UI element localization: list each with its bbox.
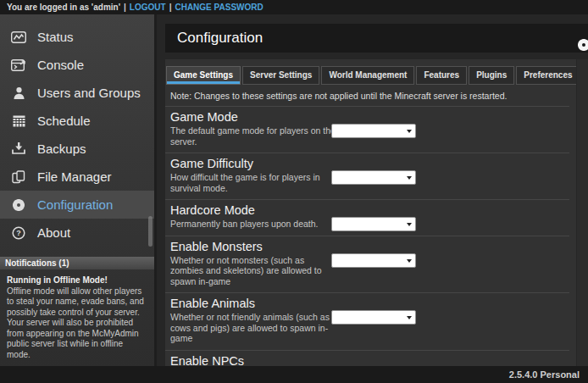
logged-in-text: You are logged in as 'admin' (7, 3, 120, 12)
setting-description: Permanently ban players upon death. (170, 219, 340, 230)
sidebar-item-label: About (37, 225, 70, 240)
sidebar-scrollbar-thumb[interactable] (148, 216, 153, 247)
page-header: Configuration (165, 24, 588, 53)
main-area: Configuration Game Settings Server Setti… (157, 14, 588, 366)
setting-title: Game Difficulty (170, 157, 569, 170)
setting-row-enable-npcs: Enable NPCs Whether or not friendly mobs… (165, 350, 569, 367)
chevron-down-icon (407, 259, 412, 263)
sidebar-item-label: Status (37, 30, 74, 44)
settings-list: Game Mode The default game mode for play… (165, 106, 569, 366)
sidebar-item-users-and-groups[interactable]: Users and Groups (0, 79, 154, 107)
enable-animals-select[interactable] (331, 310, 416, 325)
tab-bar: Game Settings Server Settings World Mana… (165, 59, 588, 85)
setting-row-game-mode: Game Mode The default game mode for play… (165, 106, 569, 153)
tab-game-settings[interactable]: Game Settings (166, 66, 241, 85)
setting-title: Enable NPCs (170, 354, 569, 367)
sidebar-item-label: Configuration (37, 197, 113, 212)
setting-description: How difficult the game is for players in… (170, 172, 340, 193)
sidebar-item-file-manager[interactable]: File Manager (0, 163, 154, 191)
setting-description: The default game mode for players on the… (170, 125, 340, 147)
sidebar-item-status[interactable]: Status (0, 23, 154, 51)
version-label: 2.5.4.0 Personal (509, 369, 580, 380)
tab-plugins[interactable]: Plugins (469, 66, 514, 85)
change-password-link[interactable]: CHANGE PASSWORD (175, 3, 263, 12)
sidebar-item-about[interactable]: ? About (0, 219, 154, 247)
enable-monsters-select[interactable] (331, 253, 416, 268)
sidebar-item-label: Backups (37, 142, 86, 156)
pages-icon (11, 169, 26, 185)
sidebar-item-label: File Manager (37, 169, 112, 184)
setting-row-enable-monsters: Enable Monsters Whether or not monsters … (165, 236, 569, 293)
chevron-down-icon (407, 130, 412, 133)
calendar-icon (11, 114, 26, 129)
mcmyadmin-window: You are logged in as 'admin' | LOGOUT | … (0, 0, 588, 383)
tab-world-management[interactable]: World Management (321, 66, 414, 85)
svg-text:?: ? (16, 229, 21, 237)
chevron-down-icon (407, 316, 412, 319)
sidebar-item-label: Schedule (37, 114, 91, 128)
separator: | (169, 3, 172, 12)
top-bar: You are logged in as 'admin' | LOGOUT | … (0, 0, 588, 14)
status-chart-icon (11, 30, 26, 45)
sidebar-nav: Status Console Users and Groups (0, 14, 154, 247)
setting-row-game-difficulty: Game Difficulty How difficult the game i… (165, 153, 569, 199)
setting-description: Whether or not friendly animals (such as… (170, 312, 340, 344)
tab-preferences[interactable]: Preferences (516, 66, 580, 85)
setting-title: Hardcore Mode (170, 203, 569, 217)
users-icon (11, 86, 26, 101)
setting-description: Whether or not monsters (such as zombies… (170, 255, 340, 287)
tab-features[interactable]: Features (416, 66, 467, 85)
chevron-down-icon (407, 176, 412, 180)
setting-row-hardcore-mode: Hardcore Mode Permanently ban players up… (165, 199, 569, 236)
setting-title: Enable Animals (170, 297, 569, 310)
status-bar: 2.5.4.0 Personal (0, 366, 588, 383)
gear-icon (11, 197, 26, 213)
notification-body-text: Offline mode will allow other players to… (7, 286, 147, 361)
setting-row-enable-animals: Enable Animals Whether or not friendly a… (165, 292, 569, 350)
sidebar-item-label: Users and Groups (37, 86, 141, 100)
tab-server-settings[interactable]: Server Settings (242, 66, 319, 85)
game-mode-select[interactable] (331, 124, 416, 138)
logout-link[interactable]: LOGOUT (130, 3, 166, 12)
game-difficulty-select[interactable] (331, 170, 416, 185)
notification-item: Running in Offline Mode! Offline mode wi… (0, 269, 154, 366)
chevron-down-icon (407, 223, 412, 226)
restart-note: Note: Changes to these settings are not … (165, 85, 588, 106)
content-scrollbar[interactable] (576, 59, 588, 366)
sidebar-item-configuration[interactable]: Configuration (0, 191, 154, 219)
sidebar: Status Console Users and Groups (0, 14, 157, 366)
separator: | (124, 3, 126, 12)
sidebar-item-backups[interactable]: Backups (0, 135, 154, 163)
configuration-panel: Game Settings Server Settings World Mana… (165, 59, 588, 366)
question-circle-icon: ? (11, 225, 26, 241)
sidebar-item-console[interactable]: Console (0, 51, 154, 79)
console-icon (11, 58, 26, 73)
notification-title: Running in Offline Mode! (7, 275, 147, 286)
notifications-header: Notifications (1) (0, 257, 154, 269)
download-tray-icon (11, 142, 26, 157)
sidebar-item-schedule[interactable]: Schedule (0, 107, 154, 135)
hardcore-mode-select[interactable] (331, 217, 416, 231)
sidebar-item-label: Console (37, 58, 84, 72)
setting-title: Game Mode (170, 110, 569, 124)
page-title: Configuration (165, 30, 577, 47)
setting-title: Enable Monsters (170, 240, 569, 253)
